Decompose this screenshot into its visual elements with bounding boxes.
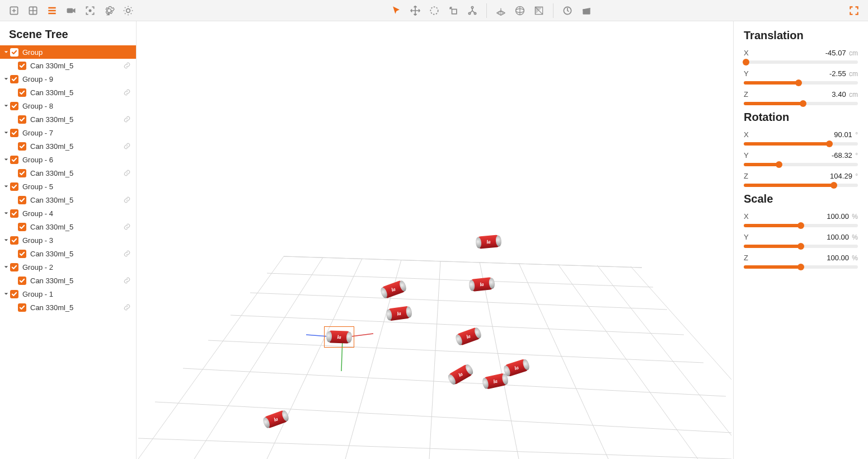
visibility-checkbox[interactable] [18,62,26,70]
tree-child-row[interactable]: Can 330ml_5 [0,247,136,260]
tree-child-row[interactable]: Can 330ml_5 [0,193,136,207]
caret-down-icon[interactable] [3,157,9,162]
visibility-checkbox[interactable] [10,182,18,191]
link-icon[interactable] [123,303,132,312]
camera-icon[interactable] [62,2,81,19]
caret-down-icon[interactable] [3,210,9,216]
visibility-checkbox[interactable] [10,48,18,57]
scale-y-slider[interactable] [744,245,858,248]
can-object[interactable]: la [477,235,500,249]
brightness-icon[interactable] [119,2,138,19]
list-icon[interactable] [43,2,62,19]
scale-x-slider[interactable] [744,224,858,227]
select-tool-icon[interactable] [387,2,406,19]
visibility-checkbox[interactable] [10,236,18,245]
tree-child-row[interactable]: Can 330ml_5 [0,139,136,153]
globe-icon[interactable] [510,2,529,19]
tree-group-row[interactable]: Group - 5 [0,180,136,193]
visibility-checkbox[interactable] [18,223,26,231]
visibility-checkbox[interactable] [10,209,18,218]
turntable-icon[interactable] [558,2,577,19]
move-tool-icon[interactable] [406,2,425,19]
visibility-checkbox[interactable] [18,142,26,151]
grid-plane-icon[interactable] [491,2,510,19]
gear-icon[interactable] [100,2,119,19]
translation-z-slider[interactable] [744,102,858,105]
hierarchy-icon[interactable] [463,2,482,19]
tree-group-row[interactable]: Group - 9 [0,72,136,86]
focus-icon[interactable] [81,2,100,19]
tree-group-row[interactable]: Group - 2 [0,260,136,274]
visibility-checkbox[interactable] [10,156,18,164]
tree-child-row[interactable]: Can 330ml_5 [0,166,136,180]
caret-down-icon[interactable] [3,103,9,109]
tree-child-row[interactable]: Can 330ml_5 [0,113,136,126]
visibility-checkbox[interactable] [18,196,26,204]
link-icon[interactable] [123,115,132,124]
tree-group-row[interactable]: Group - 8 [0,99,136,113]
tree-group-row[interactable]: Group - 3 [0,233,136,247]
caret-down-icon[interactable] [3,76,9,82]
visibility-checkbox[interactable] [18,169,26,177]
can-object[interactable]: la [329,330,350,343]
value-label: 90.01 ° [834,130,858,139]
can-object[interactable]: la [471,277,493,292]
fullscreen-icon[interactable] [844,2,864,19]
caret-down-icon[interactable] [3,264,9,270]
tree-group-row[interactable]: Group [0,45,136,59]
tree-child-row[interactable]: Can 330ml_5 [0,274,136,287]
rotation-x-slider[interactable] [744,142,858,146]
translation-x-slider[interactable] [744,60,858,64]
caret-down-icon[interactable] [3,49,9,55]
rotate-tool-icon[interactable] [425,2,444,19]
tree-child-row[interactable]: Can 330ml_5 [0,86,136,99]
toolbar-center-group [387,2,596,19]
tree-group-row[interactable]: Group - 6 [0,153,136,166]
tree-group-row[interactable]: Group - 7 [0,126,136,139]
tree-child-row[interactable]: Can 330ml_5 [0,301,136,314]
link-icon[interactable] [123,88,132,97]
visibility-checkbox[interactable] [10,263,18,271]
visibility-checkbox[interactable] [10,129,18,137]
visibility-checkbox[interactable] [18,303,26,312]
link-icon[interactable] [123,195,132,204]
rotation-y-slider[interactable] [744,163,858,166]
rotation-z-slider[interactable] [744,184,858,187]
viewport-3d[interactable]: lalalalalalalalalala [137,21,734,459]
link-icon[interactable] [123,142,132,151]
add-icon[interactable] [4,2,24,19]
visibility-checkbox[interactable] [18,250,26,258]
visibility-checkbox[interactable] [10,290,18,298]
clap-icon[interactable] [577,2,596,19]
tree-child-row[interactable]: Can 330ml_5 [0,59,136,72]
svg-line-30 [597,265,731,435]
scale-z-slider[interactable] [744,265,858,269]
caret-down-icon[interactable] [3,184,9,189]
layout-icon[interactable] [24,2,43,19]
link-icon[interactable] [123,222,132,231]
link-icon[interactable] [123,168,132,177]
svg-point-3 [89,10,91,11]
scale-x-row: X100.00 % [744,212,858,227]
tree-item-label: Group - 9 [22,75,132,83]
layers-icon[interactable] [529,2,548,19]
visibility-checkbox[interactable] [18,88,26,97]
visibility-checkbox[interactable] [10,102,18,110]
visibility-checkbox[interactable] [10,75,18,83]
visibility-checkbox[interactable] [18,277,26,285]
link-icon[interactable] [123,276,132,285]
scale-tool-icon[interactable] [444,2,463,19]
link-icon[interactable] [123,61,132,70]
caret-down-icon[interactable] [3,130,9,135]
tree-item-label: Group [22,48,132,57]
translation-y-slider[interactable] [744,81,858,85]
link-icon[interactable] [123,249,132,258]
tree-group-row[interactable]: Group - 4 [0,207,136,220]
caret-down-icon[interactable] [3,237,9,243]
tree-child-row[interactable]: Can 330ml_5 [0,220,136,233]
tree-item-label: Can 330ml_5 [30,303,123,312]
visibility-checkbox[interactable] [18,115,26,124]
tree-group-row[interactable]: Group - 1 [0,287,136,301]
caret-down-icon[interactable] [3,291,9,297]
scene-tree[interactable]: GroupCan 330ml_5Group - 9Can 330ml_5Grou… [0,45,136,459]
